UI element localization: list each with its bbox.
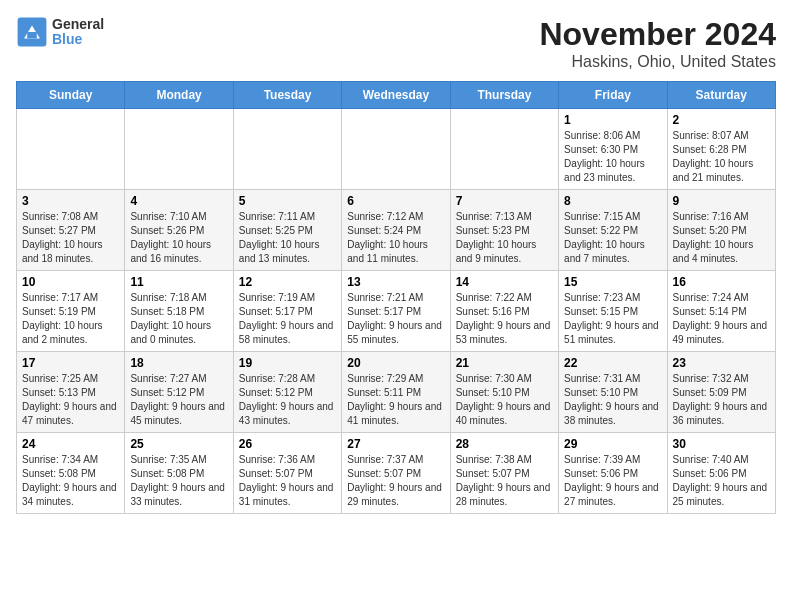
calendar-cell [342, 109, 450, 190]
day-info: Sunrise: 7:28 AMSunset: 5:12 PMDaylight:… [239, 372, 336, 428]
day-info: Sunrise: 7:15 AMSunset: 5:22 PMDaylight:… [564, 210, 661, 266]
logo-icon [16, 16, 48, 48]
day-number: 24 [22, 437, 119, 451]
day-number: 3 [22, 194, 119, 208]
calendar-cell: 22Sunrise: 7:31 AMSunset: 5:10 PMDayligh… [559, 352, 667, 433]
day-number: 1 [564, 113, 661, 127]
day-info: Sunrise: 7:34 AMSunset: 5:08 PMDaylight:… [22, 453, 119, 509]
calendar-header: SundayMondayTuesdayWednesdayThursdayFrid… [17, 82, 776, 109]
day-info: Sunrise: 7:35 AMSunset: 5:08 PMDaylight:… [130, 453, 227, 509]
calendar-cell: 20Sunrise: 7:29 AMSunset: 5:11 PMDayligh… [342, 352, 450, 433]
day-of-week-header: Sunday [17, 82, 125, 109]
day-info: Sunrise: 7:12 AMSunset: 5:24 PMDaylight:… [347, 210, 444, 266]
calendar-cell: 7Sunrise: 7:13 AMSunset: 5:23 PMDaylight… [450, 190, 558, 271]
day-number: 13 [347, 275, 444, 289]
day-info: Sunrise: 7:38 AMSunset: 5:07 PMDaylight:… [456, 453, 553, 509]
calendar-cell: 18Sunrise: 7:27 AMSunset: 5:12 PMDayligh… [125, 352, 233, 433]
calendar-cell [125, 109, 233, 190]
calendar-cell: 9Sunrise: 7:16 AMSunset: 5:20 PMDaylight… [667, 190, 775, 271]
logo-text: General Blue [52, 17, 104, 48]
day-number: 10 [22, 275, 119, 289]
day-info: Sunrise: 7:08 AMSunset: 5:27 PMDaylight:… [22, 210, 119, 266]
svg-rect-2 [27, 32, 37, 38]
day-number: 20 [347, 356, 444, 370]
day-number: 9 [673, 194, 770, 208]
day-info: Sunrise: 7:21 AMSunset: 5:17 PMDaylight:… [347, 291, 444, 347]
day-number: 18 [130, 356, 227, 370]
calendar-cell: 14Sunrise: 7:22 AMSunset: 5:16 PMDayligh… [450, 271, 558, 352]
calendar-cell: 21Sunrise: 7:30 AMSunset: 5:10 PMDayligh… [450, 352, 558, 433]
calendar-cell: 2Sunrise: 8:07 AMSunset: 6:28 PMDaylight… [667, 109, 775, 190]
calendar-cell: 19Sunrise: 7:28 AMSunset: 5:12 PMDayligh… [233, 352, 341, 433]
day-number: 7 [456, 194, 553, 208]
day-info: Sunrise: 7:32 AMSunset: 5:09 PMDaylight:… [673, 372, 770, 428]
day-info: Sunrise: 7:24 AMSunset: 5:14 PMDaylight:… [673, 291, 770, 347]
calendar-cell: 11Sunrise: 7:18 AMSunset: 5:18 PMDayligh… [125, 271, 233, 352]
logo: General Blue [16, 16, 104, 48]
day-info: Sunrise: 7:37 AMSunset: 5:07 PMDaylight:… [347, 453, 444, 509]
calendar-cell: 27Sunrise: 7:37 AMSunset: 5:07 PMDayligh… [342, 433, 450, 514]
day-number: 5 [239, 194, 336, 208]
day-of-week-header: Friday [559, 82, 667, 109]
day-of-week-header: Saturday [667, 82, 775, 109]
calendar-cell: 15Sunrise: 7:23 AMSunset: 5:15 PMDayligh… [559, 271, 667, 352]
calendar-cell: 24Sunrise: 7:34 AMSunset: 5:08 PMDayligh… [17, 433, 125, 514]
day-info: Sunrise: 7:19 AMSunset: 5:17 PMDaylight:… [239, 291, 336, 347]
calendar-body: 1Sunrise: 8:06 AMSunset: 6:30 PMDaylight… [17, 109, 776, 514]
calendar-subtitle: Haskins, Ohio, United States [539, 53, 776, 71]
day-info: Sunrise: 7:10 AMSunset: 5:26 PMDaylight:… [130, 210, 227, 266]
logo-line2: Blue [52, 32, 104, 47]
day-number: 19 [239, 356, 336, 370]
calendar-cell: 12Sunrise: 7:19 AMSunset: 5:17 PMDayligh… [233, 271, 341, 352]
logo-line1: General [52, 17, 104, 32]
day-number: 25 [130, 437, 227, 451]
calendar-cell: 5Sunrise: 7:11 AMSunset: 5:25 PMDaylight… [233, 190, 341, 271]
day-info: Sunrise: 7:16 AMSunset: 5:20 PMDaylight:… [673, 210, 770, 266]
day-info: Sunrise: 7:13 AMSunset: 5:23 PMDaylight:… [456, 210, 553, 266]
day-of-week-header: Thursday [450, 82, 558, 109]
day-number: 14 [456, 275, 553, 289]
day-info: Sunrise: 7:27 AMSunset: 5:12 PMDaylight:… [130, 372, 227, 428]
calendar-cell: 6Sunrise: 7:12 AMSunset: 5:24 PMDaylight… [342, 190, 450, 271]
day-number: 27 [347, 437, 444, 451]
calendar-cell: 28Sunrise: 7:38 AMSunset: 5:07 PMDayligh… [450, 433, 558, 514]
day-info: Sunrise: 7:31 AMSunset: 5:10 PMDaylight:… [564, 372, 661, 428]
day-of-week-header: Monday [125, 82, 233, 109]
calendar-cell: 30Sunrise: 7:40 AMSunset: 5:06 PMDayligh… [667, 433, 775, 514]
calendar-cell: 3Sunrise: 7:08 AMSunset: 5:27 PMDaylight… [17, 190, 125, 271]
page-header: General Blue November 2024 Haskins, Ohio… [16, 16, 776, 71]
day-number: 26 [239, 437, 336, 451]
day-info: Sunrise: 7:29 AMSunset: 5:11 PMDaylight:… [347, 372, 444, 428]
day-number: 21 [456, 356, 553, 370]
calendar-cell: 4Sunrise: 7:10 AMSunset: 5:26 PMDaylight… [125, 190, 233, 271]
calendar-cell: 16Sunrise: 7:24 AMSunset: 5:14 PMDayligh… [667, 271, 775, 352]
day-number: 22 [564, 356, 661, 370]
calendar-table: SundayMondayTuesdayWednesdayThursdayFrid… [16, 81, 776, 514]
day-number: 16 [673, 275, 770, 289]
calendar-cell: 23Sunrise: 7:32 AMSunset: 5:09 PMDayligh… [667, 352, 775, 433]
day-number: 29 [564, 437, 661, 451]
day-info: Sunrise: 7:17 AMSunset: 5:19 PMDaylight:… [22, 291, 119, 347]
day-info: Sunrise: 7:25 AMSunset: 5:13 PMDaylight:… [22, 372, 119, 428]
day-number: 15 [564, 275, 661, 289]
calendar-cell: 8Sunrise: 7:15 AMSunset: 5:22 PMDaylight… [559, 190, 667, 271]
day-number: 30 [673, 437, 770, 451]
calendar-cell: 17Sunrise: 7:25 AMSunset: 5:13 PMDayligh… [17, 352, 125, 433]
calendar-cell: 29Sunrise: 7:39 AMSunset: 5:06 PMDayligh… [559, 433, 667, 514]
title-area: November 2024 Haskins, Ohio, United Stat… [539, 16, 776, 71]
day-number: 2 [673, 113, 770, 127]
day-info: Sunrise: 8:07 AMSunset: 6:28 PMDaylight:… [673, 129, 770, 185]
day-of-week-header: Tuesday [233, 82, 341, 109]
day-number: 17 [22, 356, 119, 370]
calendar-cell: 10Sunrise: 7:17 AMSunset: 5:19 PMDayligh… [17, 271, 125, 352]
calendar-cell: 26Sunrise: 7:36 AMSunset: 5:07 PMDayligh… [233, 433, 341, 514]
calendar-cell [233, 109, 341, 190]
day-info: Sunrise: 7:36 AMSunset: 5:07 PMDaylight:… [239, 453, 336, 509]
day-info: Sunrise: 7:22 AMSunset: 5:16 PMDaylight:… [456, 291, 553, 347]
day-info: Sunrise: 7:18 AMSunset: 5:18 PMDaylight:… [130, 291, 227, 347]
day-info: Sunrise: 7:39 AMSunset: 5:06 PMDaylight:… [564, 453, 661, 509]
day-info: Sunrise: 7:30 AMSunset: 5:10 PMDaylight:… [456, 372, 553, 428]
day-number: 11 [130, 275, 227, 289]
calendar-cell [17, 109, 125, 190]
day-info: Sunrise: 8:06 AMSunset: 6:30 PMDaylight:… [564, 129, 661, 185]
